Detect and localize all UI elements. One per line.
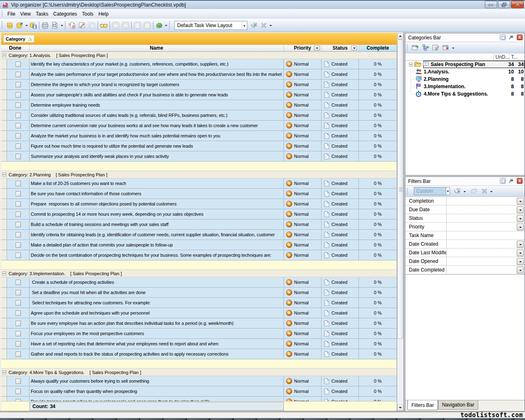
priority-cell[interactable]: Normal (284, 131, 322, 141)
task-row[interactable]: Focus your employees on the most perspec… (1, 329, 397, 339)
complete-cell[interactable]: 0 % (359, 121, 397, 130)
complete-cell[interactable]: 0 % (359, 209, 397, 219)
duplicate-task-button[interactable] (87, 21, 97, 30)
complete-cell[interactable]: 0 % (359, 318, 397, 328)
move-down-button[interactable] (111, 21, 121, 30)
apply-filter-button[interactable] (452, 187, 463, 196)
done-cell[interactable] (7, 59, 30, 69)
done-cell[interactable] (7, 219, 30, 229)
view-task-button[interactable] (99, 21, 109, 30)
filters-pin-icon[interactable] (508, 178, 514, 184)
priority-cell[interactable]: Normal (284, 90, 322, 100)
move-top-button[interactable] (142, 21, 152, 30)
move-bottom-button[interactable] (132, 21, 142, 30)
task-name-cell[interactable]: Determine the degree to which your brand… (30, 80, 284, 89)
edit-category-button[interactable] (431, 43, 441, 52)
task-row[interactable]: Build a schedule of training sessions an… (1, 219, 397, 230)
priority-cell[interactable]: Normal (284, 178, 322, 188)
task-name-cell[interactable]: Prepare responses to all common objectio… (30, 199, 284, 209)
menu-item-file[interactable]: File (5, 9, 18, 18)
done-checkbox[interactable] (16, 331, 21, 336)
done-checkbox[interactable] (16, 181, 21, 186)
task-name-cell[interactable]: Be sure you have contact information of … (30, 189, 284, 199)
done-cell[interactable] (7, 209, 30, 219)
collapse-icon[interactable] (2, 272, 6, 275)
task-name-cell[interactable]: Summarize your analysis and identify wea… (30, 151, 284, 161)
layout-combobox[interactable]: Default Task View Layout (174, 21, 247, 30)
category-tree-row[interactable]: 4.More Tips & Suggestions. 8 8 (405, 90, 525, 98)
done-checkbox[interactable] (16, 222, 21, 227)
priority-cell[interactable]: Normal (284, 189, 322, 199)
task-name-cell[interactable]: Select techniques for attracting new cus… (30, 298, 284, 308)
status-cell[interactable]: Created (322, 90, 359, 100)
task-row[interactable]: Focus on quality rather than quantity wh… (1, 386, 397, 397)
collapse-icon[interactable] (2, 370, 6, 374)
task-row[interactable]: Determine current conversion rate your b… (1, 121, 397, 131)
task-name-cell[interactable]: Determine employee training needs (30, 100, 284, 110)
status-cell[interactable]: Created (322, 209, 359, 219)
scroll-up-button[interactable] (397, 33, 403, 39)
priority-cell[interactable]: Normal (284, 329, 322, 338)
priority-cell[interactable]: Normal (284, 80, 322, 89)
task-row[interactable]: Be sure every employee has an action pla… (1, 318, 397, 329)
save-database-button[interactable] (28, 21, 38, 30)
status-cell[interactable]: Created (322, 141, 359, 151)
status-cell[interactable]: Created (322, 376, 359, 386)
task-row[interactable]: Consider utilizing traditional sources o… (1, 110, 397, 121)
category-tree-row[interactable]: 3.Implementation. 8 8 (405, 83, 525, 90)
status-cell[interactable]: Created (322, 151, 359, 161)
close-button[interactable] (511, 1, 524, 8)
done-checkbox[interactable] (16, 310, 21, 316)
done-checkbox[interactable] (16, 212, 21, 217)
task-row[interactable]: Decide on the best combination of prospe… (1, 250, 397, 260)
done-cell[interactable] (7, 189, 30, 199)
done-checkbox[interactable] (16, 113, 21, 118)
dock-tab-navigation-bar[interactable]: Navigation Bar (438, 400, 479, 410)
status-cell[interactable]: Created (322, 298, 359, 308)
collapse-icon[interactable] (2, 173, 6, 176)
categories-pin-icon[interactable] (508, 34, 514, 40)
status-cell[interactable]: Created (322, 386, 359, 396)
complete-cell[interactable]: 0 % (359, 219, 397, 229)
status-cell[interactable]: Created (322, 178, 359, 188)
task-name-cell[interactable]: Consider utilizing traditional sources o… (30, 110, 284, 120)
category-tree-root[interactable]: Sales Prospecting Plan 34 34 (405, 61, 525, 68)
done-checkbox[interactable] (16, 72, 21, 77)
filter-dropdown-button[interactable] (517, 224, 524, 231)
priority-cell[interactable]: Normal (284, 308, 322, 318)
task-row[interactable]: Determine the degree to which your brand… (1, 80, 397, 90)
new-subcategory-button[interactable] (420, 43, 431, 52)
filter-value[interactable] (446, 197, 525, 205)
done-checkbox[interactable] (16, 103, 21, 108)
task-name-cell[interactable]: Commit to prospecting 14 or more hours e… (30, 209, 284, 219)
status-cell[interactable]: Created (322, 199, 359, 209)
filters-close-icon[interactable]: x (517, 178, 523, 184)
done-cell[interactable] (7, 298, 30, 308)
collapse-icon[interactable] (2, 53, 6, 57)
done-checkbox[interactable] (16, 280, 21, 285)
priority-cell[interactable]: Normal (284, 298, 322, 308)
done-checkbox[interactable] (16, 232, 21, 237)
filter-value[interactable] (446, 257, 525, 265)
task-row[interactable]: Be sure you have contact information of … (1, 189, 397, 199)
filter-value[interactable] (446, 205, 525, 214)
complete-cell[interactable]: 0 % (359, 151, 397, 161)
task-name-cell[interactable]: Analyze the sales performance of your ta… (30, 69, 284, 79)
filters-toolbar-overflow[interactable] (489, 186, 493, 196)
print-button[interactable] (40, 21, 50, 30)
task-row[interactable]: Analyze the market your business is in a… (1, 131, 397, 141)
done-checkbox[interactable] (16, 144, 21, 149)
filter-dropdown-button[interactable] (517, 249, 524, 256)
status-cell[interactable]: Created (322, 277, 359, 287)
filter-dropdown-button[interactable] (517, 215, 524, 222)
status-cell[interactable]: Created (322, 69, 359, 79)
done-checkbox[interactable] (16, 341, 21, 347)
task-name-cell[interactable]: Analyze the market your business is in a… (30, 131, 284, 141)
task-row[interactable]: Analyze the sales performance of your ta… (1, 69, 397, 80)
task-row[interactable]: Prepare responses to all common objectio… (1, 199, 397, 209)
done-checkbox[interactable] (16, 62, 21, 67)
column-header-priority[interactable]: Priority (284, 45, 322, 51)
complete-cell[interactable]: 0 % (359, 240, 397, 250)
menu-item-view[interactable]: View (18, 9, 33, 18)
priority-cell[interactable]: Normal (284, 288, 322, 297)
